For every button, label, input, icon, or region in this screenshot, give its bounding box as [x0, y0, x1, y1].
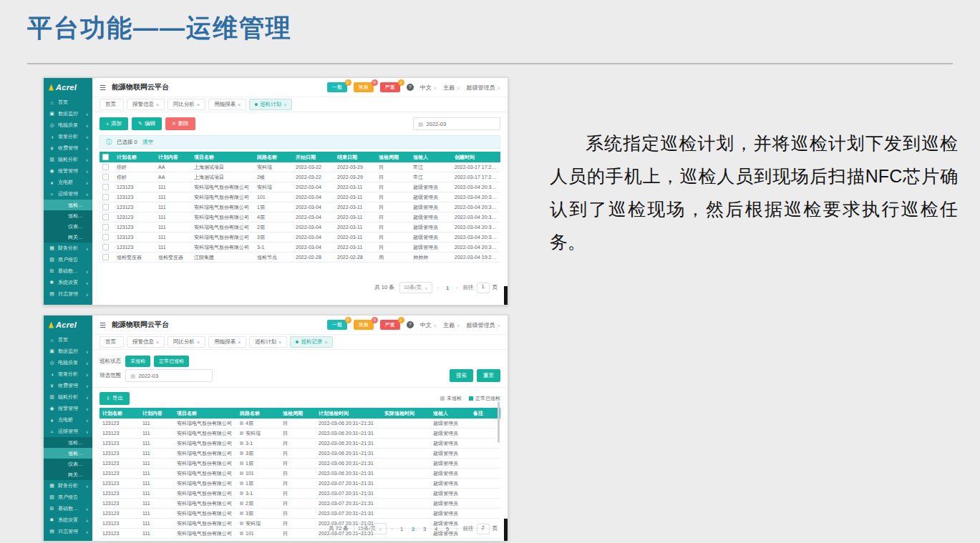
sidebar-item[interactable]: 巡检计划 [44, 437, 92, 448]
sidebar-item[interactable]: 巡检计划 [44, 200, 92, 210]
add-button[interactable]: + 添加 [100, 117, 128, 130]
language-select[interactable]: 中文 ∨ [420, 84, 437, 92]
help-icon[interactable]: ? [407, 321, 414, 328]
sidebar-item[interactable]: ✱ 系统设置 ∨ [44, 514, 92, 526]
sidebar-item[interactable]: 巡检记录 [44, 448, 92, 459]
table-row[interactable]: 123123 111 安科瑞电气股份有限公司 3-1 日 2022-03-07 … [100, 489, 500, 499]
tab[interactable]: 同比分析 × [168, 99, 205, 110]
scrollbar-thumb[interactable] [504, 519, 508, 541]
sidebar-item[interactable]: 网关状态 [44, 232, 92, 243]
table-row[interactable]: 123123 111 安科瑞电气股份有限公司 4层 2022-03-04 202… [100, 212, 500, 222]
scrollbar-thumb[interactable] [504, 286, 508, 305]
table-row[interactable]: 123123 111 安科瑞电气股份有限公司 2层 2022-03-04 202… [100, 222, 500, 233]
status-option-button[interactable]: 未巡检 [125, 356, 150, 367]
month-picker[interactable]: ▦ 2022-03 [125, 369, 213, 382]
sidebar-item[interactable]: ▥ 能耗分析 ∨ [44, 154, 92, 165]
theme-select[interactable]: 主题 ∨ [443, 84, 460, 92]
table-row[interactable]: 123123 111 安科瑞电气股份有限公司 3层 日 2022-03-06 2… [100, 449, 500, 459]
alarm-badge[interactable]: 紧急 0 [354, 320, 374, 330]
status-option-button[interactable]: 正常已巡检 [154, 356, 189, 367]
hamburger-icon[interactable]: ☰ [100, 321, 106, 329]
tab-close-icon[interactable]: × [197, 102, 200, 107]
tab-close-icon[interactable]: × [324, 340, 327, 345]
table-row[interactable]: 123123 111 安科瑞电气股份有限公司 安科瑞 2022-03-04 20… [100, 182, 500, 192]
language-select[interactable]: 中文 ∨ [420, 321, 437, 329]
table-row[interactable]: 123123 111 安科瑞电气股份有限公司 4层 日 2022-03-07 2… [100, 539, 500, 542]
table-row[interactable]: 123123 111 安科瑞电气股份有限公司 1层 日 2022-03-06 2… [100, 459, 500, 469]
tab-close-icon[interactable]: × [156, 340, 159, 345]
tab-close-icon[interactable]: × [156, 102, 159, 107]
search-button[interactable]: 搜索 [450, 369, 473, 382]
page-size-select[interactable]: 10条/页 ∨ [399, 282, 432, 293]
alarm-badge[interactable]: 一般 0 [327, 320, 347, 330]
edit-button[interactable]: ✎ 编辑 [132, 117, 162, 130]
sidebar-item[interactable]: 仪表状态 [44, 221, 92, 232]
table-scrollbar-thumb[interactable] [498, 401, 500, 443]
sidebar-item[interactable]: 网关状态 [44, 469, 92, 480]
page-number[interactable]: 1 [398, 526, 405, 532]
sidebar-item[interactable]: 仪表状态 [44, 459, 92, 469]
page-number[interactable]: 5 [444, 526, 451, 532]
table-row[interactable]: 123123 111 安科瑞电气股份有限公司 101 日 2022-03-06 … [100, 469, 500, 479]
row-checkbox[interactable] [102, 184, 109, 190]
prev-page-button[interactable]: ‹ [437, 285, 440, 291]
sidebar-item[interactable]: ▥ 能耗分析 ∨ [44, 391, 92, 403]
table-row[interactable]: 123123 111 安科瑞电气股份有限公司 2层 日 2022-03-07 2… [100, 499, 500, 509]
delete-button[interactable]: ✕ 删除 [165, 117, 195, 130]
next-page-button[interactable]: › [456, 285, 458, 291]
tab[interactable]: 首页 [100, 336, 124, 348]
sidebar-item[interactable]: ▤ 日志管理 ∨ [44, 288, 92, 300]
theme-select[interactable]: 主题 ∨ [443, 321, 460, 329]
sidebar-item[interactable]: ◎ 电能质量 ∨ [44, 357, 92, 368]
sidebar-item[interactable]: ▦ 财务分析 ∨ [44, 243, 92, 254]
tab-close-icon[interactable]: × [283, 102, 286, 107]
row-checkbox[interactable] [102, 234, 109, 240]
row-checkbox[interactable] [102, 204, 109, 210]
sidebar-item[interactable]: ✱ 系统设置 ∨ [44, 277, 92, 288]
tab-close-icon[interactable]: × [197, 340, 200, 345]
tab-close-icon[interactable]: × [238, 102, 241, 107]
tab-close-icon[interactable]: × [238, 340, 241, 345]
sidebar-item[interactable]: ◎ 电能质量 ∨ [44, 119, 92, 131]
tab[interactable]: 报警信息 × [127, 99, 165, 110]
table-row[interactable]: 你好 AA 上海测试项目 安科瑞 2022-03-22 2022-03-29 日… [100, 162, 500, 172]
sidebar-item[interactable]: 巡检记录 [44, 210, 92, 221]
row-checkbox[interactable] [102, 164, 109, 170]
tab[interactable]: 同比分析 × [168, 336, 205, 348]
user-menu[interactable]: 超级管理员 ∨ [467, 321, 500, 329]
row-checkbox[interactable] [102, 214, 109, 220]
export-button[interactable]: ⇩ 导出 [100, 392, 130, 405]
sidebar-item[interactable]: ⌂ 首页 [44, 334, 92, 346]
table-row[interactable]: 123123 111 安科瑞电气股份有限公司 3-1 2022-03-04 20… [100, 243, 500, 253]
tab[interactable]: 首页 [100, 99, 124, 110]
tab[interactable]: 报警信息 × [127, 336, 165, 348]
tab-close-icon[interactable]: × [278, 340, 281, 345]
sidebar-item[interactable]: ⊞ 基础数据管理 ∨ [44, 265, 92, 277]
page-number[interactable]: 1 [444, 285, 451, 291]
row-checkbox[interactable] [102, 254, 109, 260]
sidebar-item[interactable]: ◑ 需量分析 ∨ [44, 131, 92, 142]
reset-button[interactable]: 重置 [477, 369, 500, 382]
table-row[interactable]: 123123 111 安科瑞电气股份有限公司 101 2022-03-04 20… [100, 192, 500, 202]
next-page-button[interactable]: › [456, 526, 458, 532]
sidebar-item[interactable]: ≈ 运维管理 ∨ [44, 426, 92, 437]
sidebar-item[interactable]: ▧ 用户报告 [44, 491, 92, 503]
table-row[interactable]: 123123 111 安科瑞电气股份有限公司 安科瑞 日 2022-03-06 … [100, 429, 500, 439]
table-row[interactable]: 123123 111 安科瑞电气股份有限公司 3层 日 2022-03-07 2… [100, 509, 500, 519]
prev-page-button[interactable]: ‹ [392, 526, 394, 532]
row-checkbox[interactable] [102, 224, 109, 230]
clear-selection-link[interactable]: 清空 [142, 139, 153, 146]
table-row[interactable]: 123123 111 安科瑞电气股份有限公司 3-1 日 2022-03-06 … [100, 439, 500, 449]
sidebar-item[interactable]: ◉ 报警管理 ∨ [44, 403, 92, 414]
page-number[interactable]: 2 [409, 526, 417, 532]
sidebar-item[interactable]: ⌂ 首页 [44, 97, 92, 108]
sidebar-item[interactable]: ◑ 需量分析 ∨ [44, 368, 92, 380]
sidebar-item[interactable]: ¥ 收费管理 ∨ [44, 380, 92, 391]
sidebar-item[interactable]: ▤ 日志管理 ∨ [44, 526, 92, 537]
tab[interactable]: 用能报表 × [208, 336, 246, 348]
page-size-select[interactable]: 15条/页 ∨ [354, 523, 387, 534]
month-picker[interactable]: ▦ 2022-03 [413, 117, 500, 130]
sidebar-item[interactable]: ⊞ 基础数据管理 ∨ [44, 503, 92, 514]
row-checkbox[interactable] [102, 244, 109, 250]
sidebar-item[interactable]: ▣ 数据监控 ∨ [44, 346, 92, 357]
